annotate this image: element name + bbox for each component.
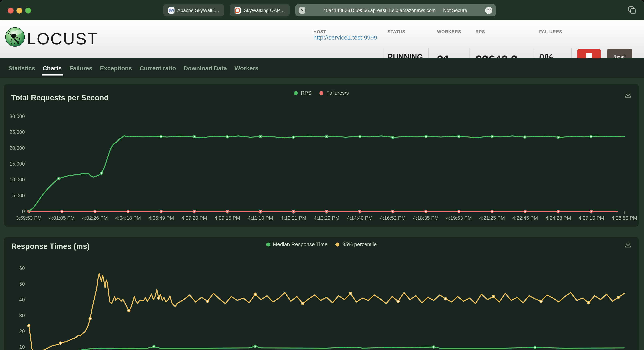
host-label: HOST	[314, 29, 326, 34]
close-tab-icon[interactable]: ✕	[299, 7, 306, 13]
svg-text:4:22:45 PM: 4:22:45 PM	[512, 215, 538, 221]
legend-label: RPS	[301, 90, 312, 96]
nav-tabs: StatisticsChartsFailuresExceptionsCurren…	[0, 58, 644, 78]
svg-text:60: 60	[19, 265, 25, 271]
legend-item[interactable]: RPS	[294, 90, 312, 96]
svg-text:5,000: 5,000	[12, 193, 25, 198]
svg-text:25,000: 25,000	[10, 129, 25, 135]
locust-logo-icon	[5, 27, 25, 47]
svg-text:4:24:28 PM: 4:24:28 PM	[545, 215, 571, 221]
legend-dot-icon	[320, 91, 324, 95]
response-times-chart-canvas: 102030405060	[4, 256, 639, 350]
svg-text:4:07:20 PM: 4:07:20 PM	[182, 215, 207, 221]
legend-label: Failures/s	[326, 90, 349, 96]
svg-text:20: 20	[19, 329, 25, 334]
svg-text:4:05:49 PM: 4:05:49 PM	[148, 215, 174, 221]
close-button[interactable]	[8, 7, 14, 13]
nav-tab-exceptions[interactable]: Exceptions	[100, 58, 132, 78]
rps-label: RPS	[476, 29, 485, 34]
rps-chart-canvas: 05,00010,00015,00020,00025,00030,0003:59…	[4, 104, 639, 224]
svg-text:4:11:10 PM: 4:11:10 PM	[248, 215, 273, 221]
svg-text:4:16:52 PM: 4:16:52 PM	[380, 215, 406, 221]
legend-label: Median Response Time	[273, 241, 328, 247]
svg-text:10: 10	[19, 344, 25, 350]
nav-tab-charts[interactable]: Charts	[43, 58, 62, 78]
more-options-icon[interactable]: ⋯	[485, 6, 492, 14]
svg-text:0: 0	[22, 208, 25, 214]
svg-text:30: 30	[19, 313, 25, 318]
host-link[interactable]: http://service1.test:9999	[314, 34, 377, 41]
legend-dot-icon	[266, 242, 270, 246]
nav-tab-statistics[interactable]: Statistics	[8, 58, 35, 78]
fullscreen-button[interactable]	[25, 7, 31, 13]
status-label: STATUS	[388, 29, 406, 34]
svg-text:10,000: 10,000	[10, 177, 25, 182]
chart-legend: Median Response Time95% percentile	[4, 241, 639, 247]
svg-text:4:21:25 PM: 4:21:25 PM	[479, 215, 505, 221]
svg-text:4:09:15 PM: 4:09:15 PM	[214, 215, 240, 221]
svg-text:3:59:53 PM: 3:59:53 PM	[16, 215, 42, 221]
svg-text:4:12:21 PM: 4:12:21 PM	[281, 215, 306, 221]
legend-item[interactable]: Median Response Time	[266, 241, 328, 247]
brand-wordmark: LOCUST	[27, 28, 98, 49]
tab-overview-icon[interactable]	[628, 6, 636, 13]
window-controls	[8, 7, 31, 13]
legend-dot-icon	[336, 242, 340, 246]
svg-text:4:27:10 PM: 4:27:10 PM	[578, 215, 604, 221]
nav-tab-workers[interactable]: Workers	[234, 58, 258, 78]
browser-tab-active-locust[interactable]: ✕ 40a4148f-381559556.ap-east-1.elb.amazo…	[296, 4, 496, 16]
download-chart-icon[interactable]	[624, 241, 632, 248]
svg-text:4:04:18 PM: 4:04:18 PM	[115, 215, 141, 221]
svg-text:4:19:53 PM: 4:19:53 PM	[446, 215, 472, 221]
svg-text:15,000: 15,000	[10, 161, 25, 167]
legend-dot-icon	[294, 91, 298, 95]
legend-item[interactable]: Failures/s	[320, 90, 349, 96]
svg-text:4:01:05 PM: 4:01:05 PM	[49, 215, 75, 221]
tab-strip: SW Apache SkyWalki… SkyWalking OAP… ✕ 40…	[163, 4, 496, 16]
download-chart-icon[interactable]	[624, 91, 632, 98]
browser-chrome: SW Apache SkyWalki… SkyWalking OAP… ✕ 40…	[0, 0, 644, 20]
svg-text:30,000: 30,000	[10, 114, 25, 119]
legend-label: 95% percentile	[342, 241, 377, 247]
tab-label: SkyWalking OAP…	[244, 7, 285, 13]
svg-text:40: 40	[19, 297, 25, 303]
skywalking-sw-icon: SW	[168, 7, 174, 13]
tab-label: Apache SkyWalki…	[177, 7, 219, 13]
browser-tab-apache-skywalking[interactable]: SW Apache SkyWalki…	[163, 4, 224, 16]
nav-tab-download-data[interactable]: Download Data	[184, 58, 227, 78]
address-url[interactable]: 40a4148f-381559556.ap-east-1.elb.amazona…	[308, 7, 482, 13]
locust-header: LOCUST HOST http://service1.test:9999 ST…	[0, 20, 644, 58]
svg-text:50: 50	[19, 281, 25, 287]
workers-label: WORKERS	[437, 29, 461, 34]
svg-text:4:28:56 PM: 4:28:56 PM	[612, 215, 637, 221]
failures-label: FAILURES	[539, 29, 562, 34]
svg-text:20,000: 20,000	[10, 145, 25, 151]
rps-chart-card: Total Requests per Second RPSFailures/s …	[4, 84, 639, 226]
nav-tab-failures[interactable]: Failures	[69, 58, 92, 78]
minimize-button[interactable]	[16, 7, 22, 13]
legend-item[interactable]: 95% percentile	[336, 241, 377, 247]
svg-text:4:18:35 PM: 4:18:35 PM	[413, 215, 439, 221]
screen: SW Apache SkyWalki… SkyWalking OAP… ✕ 40…	[0, 0, 644, 350]
svg-text:4:02:26 PM: 4:02:26 PM	[82, 215, 108, 221]
chart-legend: RPSFailures/s	[4, 90, 639, 96]
response-times-chart-card: Response Times (ms) Median Response Time…	[4, 237, 639, 350]
skywalking-oap-icon	[234, 7, 241, 13]
svg-text:4:14:40 PM: 4:14:40 PM	[347, 215, 372, 221]
browser-tab-skywalking-oap[interactable]: SkyWalking OAP…	[230, 4, 290, 16]
svg-text:4:13:29 PM: 4:13:29 PM	[314, 215, 340, 221]
nav-tab-current-ratio[interactable]: Current ratio	[140, 58, 176, 78]
